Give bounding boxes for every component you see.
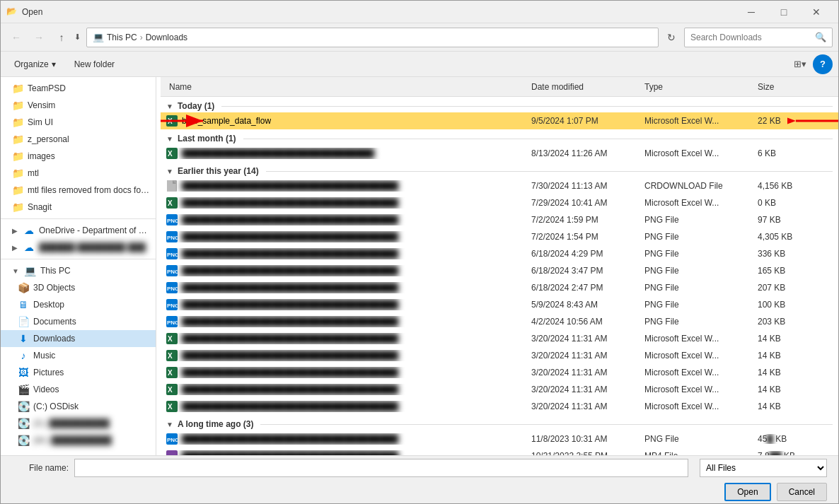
file-name-cell: X ████████████████████████████████████ <box>166 197 528 209</box>
sidebar-item-onedrive[interactable]: ▶ ☁ OneDrive - Department of Veterans Af… <box>1 222 156 239</box>
file-type: PNG File <box>642 232 755 242</box>
col-name[interactable]: Name <box>166 82 528 92</box>
file-name-text: ████████████████████████████████████ <box>182 385 398 394</box>
open-button[interactable]: Open <box>724 483 770 501</box>
file-row-blue-sample[interactable]: X blue_sample_data_flow 9/5/2024 1:07 PM… <box>161 112 838 129</box>
file-size: 14 KB <box>755 334 811 344</box>
file-row-earlier-3[interactable]: PNG ████████████████████████████████████… <box>161 211 838 228</box>
col-date[interactable]: Date modified <box>528 82 642 92</box>
group-lastmonth[interactable]: ▼ Last month (1) <box>161 129 838 145</box>
up-button[interactable]: ↑ <box>52 28 71 47</box>
breadcrumb[interactable]: 💻 This PC › Downloads <box>86 28 659 47</box>
help-button[interactable]: ? <box>813 54 833 74</box>
file-row-earlier-14[interactable]: X ████████████████████████████████████ 3… <box>161 398 838 415</box>
minimize-button[interactable]: ─ <box>735 1 768 23</box>
file-name-cell: X ████████████████████████████████████ <box>166 384 528 395</box>
sidebar-item-simUI[interactable]: 📁 Sim UI <box>1 114 156 131</box>
file-size: 203 KB <box>755 317 811 327</box>
file-row-earlier-10[interactable]: X ████████████████████████████████████ 3… <box>161 330 838 347</box>
file-list-header: Name Date modified Type Size <box>161 77 838 97</box>
excel-svg: X <box>166 115 178 127</box>
sidebar-item-3dobjects[interactable]: 📦 3D Objects <box>1 279 156 296</box>
file-name-text: ████████████████████████████████████ <box>182 368 398 377</box>
group-today-chevron: ▼ <box>166 102 173 110</box>
refresh-button[interactable]: ↻ <box>661 28 681 47</box>
file-row-earlier-8[interactable]: PNG ████████████████████████████████████… <box>161 296 838 313</box>
cancel-button[interactable]: Cancel <box>777 483 827 501</box>
file-size: 45█ KB <box>755 434 811 444</box>
sidebar-item-zpersonal[interactable]: 📁 z_personal <box>1 131 156 148</box>
search-box[interactable]: 🔍 <box>684 28 833 47</box>
file-row-earlier-11[interactable]: X ████████████████████████████████████ 3… <box>161 347 838 364</box>
file-row-longtime-1[interactable]: PNG ████████████████████████████████████… <box>161 430 838 447</box>
file-name-text: ████████████████████████████████████ <box>182 334 398 344</box>
sidebar-item-documents[interactable]: 📄 Documents <box>1 313 156 330</box>
file-list-scroll[interactable]: ▼ Today (1) <box>161 97 838 455</box>
filename-input[interactable] <box>74 459 688 477</box>
sidebar-item-cdrive[interactable]: 💽 (C:) OSDisk <box>1 398 156 415</box>
sidebar-item-teamPSD[interactable]: 📁 TeamPSD <box>1 80 156 97</box>
sidebar: 📁 TeamPSD 📁 Vensim 📁 Sim UI 📁 z_personal… <box>1 77 156 455</box>
sidebar-item-wdrive[interactable]: 💽 (W:) ██████████ <box>1 432 156 449</box>
file-type: Microsoft Excel W... <box>642 368 755 377</box>
pc-icon: 💻 <box>25 265 36 276</box>
group-today[interactable]: ▼ Today (1) <box>161 97 838 112</box>
sidebar-item-downloads[interactable]: ⬇ Downloads <box>1 330 156 347</box>
filename-label: File name: <box>12 463 69 473</box>
view-button[interactable]: ⊞ ▾ <box>790 54 810 74</box>
sidebar-item-vensim[interactable]: 📁 Vensim <box>1 97 156 114</box>
file-size: 165 KB <box>755 266 811 276</box>
png-icon: PNG <box>166 265 178 276</box>
forward-button[interactable]: → <box>29 28 49 47</box>
file-row-earlier-12[interactable]: X ████████████████████████████████████ 3… <box>161 364 838 381</box>
file-size: 4,305 KB <box>755 232 811 242</box>
group-earlieryear[interactable]: ▼ Earlier this year (14) <box>161 162 838 177</box>
selected-file-container: X blue_sample_data_flow 9/5/2024 1:07 PM… <box>161 112 838 129</box>
file-type: Microsoft Excel W... <box>642 351 755 361</box>
file-row-longtime-2[interactable]: MP4 ████████████████████████████████████… <box>161 447 838 455</box>
wdrive-icon: 💽 <box>18 435 29 446</box>
sidebar-item-music[interactable]: ♪ Music <box>1 347 156 364</box>
col-type[interactable]: Type <box>642 82 755 92</box>
file-row-earlier-5[interactable]: PNG ████████████████████████████████████… <box>161 245 838 262</box>
file-type: Microsoft Excel W... <box>642 148 755 158</box>
organize-button[interactable]: Organize ▾ <box>6 54 64 74</box>
file-name-text: ████████████████████████████████████ <box>182 402 398 411</box>
file-size-unit: KB <box>773 434 787 444</box>
maximize-button[interactable]: □ <box>768 1 800 23</box>
sidebar-item-mtlfiles[interactable]: 📁 mtl files removed from docs folder <box>1 182 156 199</box>
file-row-earlier-2[interactable]: X ████████████████████████████████████ 7… <box>161 194 838 211</box>
footer: File name: All Files Open Cancel <box>1 455 838 503</box>
file-row-lastmonth-1[interactable]: X ████████████████████████████████ 8/13/… <box>161 145 838 162</box>
new-folder-button[interactable]: New folder <box>66 54 122 74</box>
search-input[interactable] <box>690 33 811 42</box>
col-size[interactable]: Size <box>755 82 811 92</box>
file-row-earlier-4[interactable]: PNG ████████████████████████████████████… <box>161 228 838 245</box>
sidebar-item-pictures[interactable]: 🖼 Pictures <box>1 364 156 381</box>
file-row-earlier-1[interactable]: ████████████████████████████████████ 7/3… <box>161 177 838 194</box>
file-row-earlier-6[interactable]: PNG ████████████████████████████████████… <box>161 262 838 279</box>
sidebar-item-mtl[interactable]: 📁 mtl <box>1 165 156 182</box>
sidebar-item-personalcloud[interactable]: ▶ ☁ ██████ ████████ ███ <box>1 239 156 256</box>
breadcrumb-separator: › <box>140 33 143 42</box>
file-date: 8/13/2024 11:26 AM <box>528 148 642 158</box>
file-size-text: 45 <box>758 434 767 444</box>
window-icon: 📂 <box>6 6 18 18</box>
file-type: PNG File <box>642 300 755 310</box>
file-type-select[interactable]: All Files <box>700 459 827 477</box>
sidebar-item-desktop[interactable]: 🖥 Desktop <box>1 296 156 313</box>
pictures-icon: 🖼 <box>18 367 29 378</box>
sidebar-item-sdrive[interactable]: 💽 (S:) ██████████ <box>1 415 156 432</box>
file-row-earlier-13[interactable]: X ████████████████████████████████████ 3… <box>161 381 838 398</box>
sidebar-item-images[interactable]: 📁 images <box>1 148 156 165</box>
sidebar-item-videos[interactable]: 🎬 Videos <box>1 381 156 398</box>
file-row-earlier-7[interactable]: PNG ████████████████████████████████████… <box>161 279 838 296</box>
close-button[interactable]: ✕ <box>800 1 833 23</box>
group-longtime[interactable]: ▼ A long time ago (3) <box>161 415 838 430</box>
back-button[interactable]: ← <box>6 28 26 47</box>
svg-text:PNG: PNG <box>167 320 178 326</box>
file-row-earlier-9[interactable]: PNG ████████████████████████████████████… <box>161 313 838 330</box>
sidebar-item-snagit[interactable]: 📁 Snagit <box>1 199 156 216</box>
sidebar-item-thispc[interactable]: ▼ 💻 This PC <box>1 262 156 279</box>
new-folder-label: New folder <box>74 59 115 69</box>
